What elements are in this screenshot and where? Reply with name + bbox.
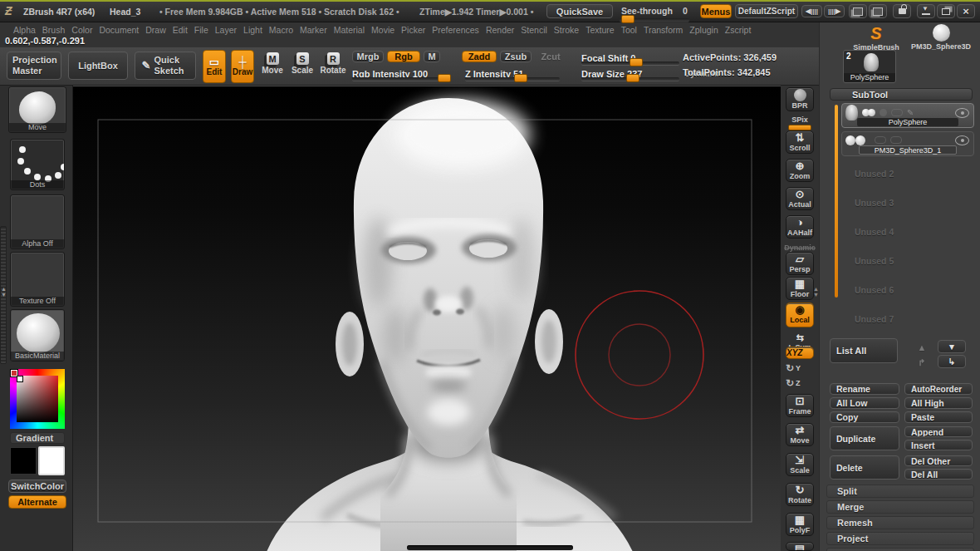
zsub-button[interactable]: Zsub — [500, 51, 532, 62]
spix-slider[interactable]: SPix — [786, 116, 814, 130]
menu-item[interactable]: Preferences — [432, 25, 479, 35]
append-button[interactable]: Append — [904, 426, 973, 437]
all-low-button[interactable]: All Low — [830, 397, 899, 409]
quicksave-button[interactable]: QuickSave — [546, 4, 613, 18]
menu-item[interactable]: Material — [334, 25, 365, 35]
polyframe-button[interactable]: ▦PolyF — [786, 513, 814, 536]
menu-item[interactable]: Brush — [42, 25, 65, 35]
autoreorder-button[interactable]: AutoReorder — [904, 383, 973, 395]
uv-off-icon[interactable] — [890, 136, 902, 144]
menu-item[interactable]: Document — [99, 25, 139, 35]
menu-item[interactable]: Stencil — [521, 25, 547, 35]
rotate-view-button[interactable]: ↻Rotate — [786, 483, 814, 506]
subtool-moveup-icon[interactable]: ↱ — [911, 357, 933, 367]
bpr-button[interactable]: BPR — [786, 87, 814, 111]
current-tool-thumbnail[interactable]: 2 PolySphere — [843, 50, 896, 83]
del-other-button[interactable]: Del Other — [904, 455, 973, 466]
persp-button[interactable]: ▱Persp — [786, 252, 814, 275]
draw-size-slider[interactable]: Draw Size 237 — [581, 66, 679, 81]
menu-item[interactable]: Zplugin — [689, 25, 718, 35]
subtool-header[interactable]: SubTool — [830, 88, 973, 101]
delete-button[interactable]: Delete — [830, 455, 899, 480]
panel-collapse-icon[interactable]: ▲▼ — [813, 286, 819, 298]
zoom-button[interactable]: ⊕Zoom — [786, 159, 814, 182]
aahalf-button[interactable]: ◑AAHalf — [786, 215, 814, 239]
close-icon[interactable]: × — [957, 4, 975, 18]
brush-toggle-icon[interactable]: ✎ — [907, 108, 914, 117]
main-color-swatch[interactable] — [10, 447, 37, 475]
subtool-section-row[interactable]: Remesh — [826, 516, 974, 529]
menu-item[interactable]: Marker — [300, 25, 327, 35]
restore-icon[interactable] — [937, 4, 955, 18]
xyz-button[interactable]: XYZ — [786, 347, 814, 359]
polypaint-on2-icon[interactable] — [868, 109, 875, 116]
menu-item[interactable]: Movie — [371, 25, 394, 35]
subtool-down-icon[interactable]: ▼ — [938, 340, 966, 353]
uv-toggle-icon[interactable] — [891, 109, 903, 116]
menu-item[interactable]: Picker — [401, 25, 425, 35]
mrgb-button[interactable]: Mrgb — [352, 51, 384, 62]
subtool-up-icon[interactable]: ▲ — [911, 342, 933, 352]
canvas-horizontal-scrollbar[interactable] — [407, 545, 573, 550]
all-high-button[interactable]: All High — [904, 397, 973, 409]
rgb-button[interactable]: Rgb — [387, 51, 420, 62]
zcut-button[interactable]: Zcut — [537, 51, 565, 62]
zscript-play-button[interactable]: ||||▶ — [824, 5, 845, 17]
half-toggle-icon[interactable] — [880, 109, 887, 116]
see-through-slider[interactable] — [620, 17, 689, 22]
alternate-button[interactable]: Alternate — [8, 495, 66, 509]
window-layout-alt-icon[interactable] — [869, 4, 887, 18]
alpha-thumbnail[interactable]: Alpha Off — [10, 194, 65, 249]
rgb-intensity-slider[interactable]: Rgb Intensity 100 — [352, 66, 445, 81]
menu-item[interactable]: Draw — [145, 25, 166, 35]
menu-item[interactable]: File — [194, 25, 208, 35]
menu-item[interactable]: Render — [486, 25, 514, 35]
subtool-unused-slot[interactable]: Unused 3 — [855, 198, 894, 208]
subtool-item-sphere[interactable]: PM3D_Sphere3D_1 — [841, 131, 974, 156]
frame-button[interactable]: ⊡Frame — [786, 394, 814, 417]
subtool-item-polysphere[interactable]: ✎ PolySphere — [841, 103, 974, 128]
menu-item[interactable]: Edit — [173, 25, 188, 35]
lightbox-button[interactable]: LightBox — [68, 52, 128, 80]
texture-thumbnail[interactable]: Texture Off — [10, 252, 65, 307]
visibility-eye-icon[interactable] — [955, 135, 969, 145]
menu-item[interactable]: Transform — [644, 25, 683, 35]
zscript-rewind-button[interactable]: ◀|||| — [801, 5, 822, 17]
switch-color-button[interactable]: SwitchColor — [8, 480, 66, 493]
color-picker[interactable] — [10, 369, 65, 429]
subtool-unused-slot[interactable]: Unused 7 — [855, 314, 894, 324]
menu-item[interactable]: Tool — [621, 25, 637, 35]
secondary-color-swatch[interactable] — [38, 446, 65, 475]
gradient-button[interactable]: Gradient — [10, 432, 65, 444]
partial-shelf-button[interactable]: ▤ — [786, 542, 814, 551]
m-button[interactable]: M — [424, 51, 440, 62]
floor-button[interactable]: ▦Floor — [786, 277, 814, 300]
menu-item[interactable]: Stroke — [554, 25, 579, 35]
tray-collapse-icon[interactable]: ▲▼ — [1, 286, 7, 298]
menu-item[interactable]: Texture — [586, 25, 614, 35]
sculpt-viewport[interactable] — [73, 86, 781, 551]
local-button[interactable]: ◉Local — [786, 303, 814, 327]
rotate-tool-button[interactable]: R Rotate — [319, 52, 347, 75]
subtool-movedown-icon[interactable]: ↳ — [938, 355, 966, 368]
copy-button[interactable]: Copy — [830, 411, 899, 423]
scroll-button[interactable]: ⇅Scroll — [786, 130, 814, 154]
material-thumbnail[interactable]: BasicMaterial — [10, 309, 65, 362]
default-zscript-button[interactable]: DefaultZScript — [735, 4, 798, 18]
subtool-section-row[interactable]: Project — [826, 532, 974, 545]
del-all-button[interactable]: Del All — [904, 469, 973, 480]
insert-button[interactable]: Insert — [904, 440, 973, 450]
move-view-button[interactable]: ⇄Move — [786, 423, 814, 446]
menu-item[interactable]: Macro — [269, 25, 293, 35]
move-tool-button[interactable]: M Move — [259, 52, 286, 75]
focal-shift-slider[interactable]: Focal Shift 0 — [581, 50, 679, 65]
polypaint-off-icon[interactable] — [875, 136, 886, 144]
menu-item[interactable]: Layer — [215, 25, 237, 35]
current-stroke-thumbnail[interactable]: Dots — [10, 139, 65, 190]
edit-button[interactable]: ▭ Edit — [203, 50, 226, 83]
recent-tool-pm3d-sphere[interactable]: PM3D_Sphere3D — [904, 24, 978, 51]
recent-tool-simplebrush[interactable]: S SimpleBrush — [850, 24, 903, 52]
menu-item[interactable]: Light — [243, 25, 262, 35]
subtool-section-row[interactable]: Merge — [826, 500, 974, 514]
z-intensity-slider[interactable]: Z Intensity 51 — [465, 66, 560, 81]
